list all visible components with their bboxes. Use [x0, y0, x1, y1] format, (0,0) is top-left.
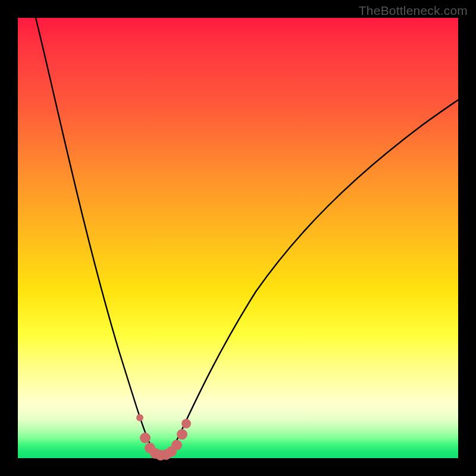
plot-area [18, 18, 458, 458]
curve-svg [18, 18, 458, 458]
highlight-dot [181, 419, 191, 428]
highlight-group [136, 414, 191, 461]
bottleneck-curve [36, 18, 458, 456]
highlight-dot [140, 433, 151, 443]
watermark-text: TheBottleneck.com [359, 4, 468, 18]
highlight-dot [136, 414, 143, 421]
highlight-dot [171, 440, 182, 450]
chart-frame: TheBottleneck.com [0, 0, 476, 476]
highlight-dot [177, 429, 187, 440]
